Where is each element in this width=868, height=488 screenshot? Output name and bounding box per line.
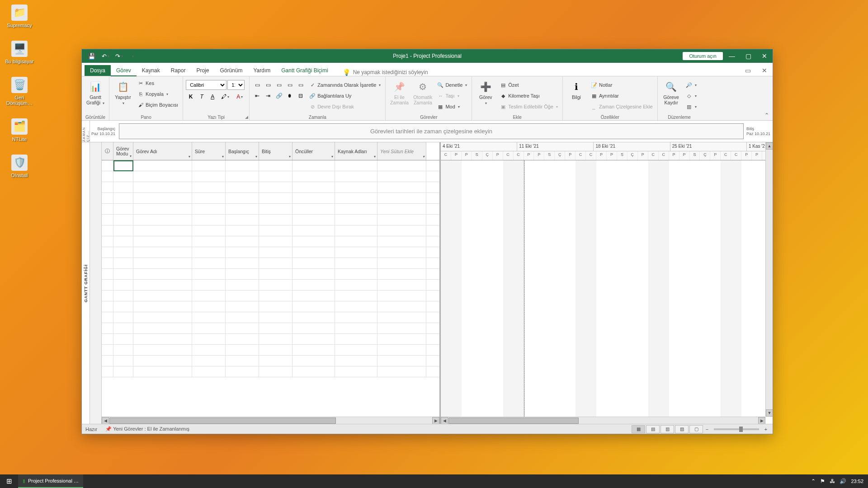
- information-button[interactable]: ℹBilgi: [566, 78, 587, 102]
- view-resource-button[interactable]: ▧: [675, 425, 689, 433]
- scroll-thumb[interactable]: [448, 418, 579, 424]
- table-row[interactable]: [102, 280, 439, 291]
- table-row[interactable]: [102, 345, 439, 356]
- view-gantt-button[interactable]: ▦: [632, 425, 645, 433]
- table-row[interactable]: [102, 236, 439, 247]
- paste-button[interactable]: 📋 Yapıştır▾: [112, 78, 134, 108]
- table-row[interactable]: [102, 258, 439, 269]
- table-row[interactable]: [102, 160, 439, 171]
- scroll-left-button[interactable]: ◀: [102, 417, 109, 424]
- table-row[interactable]: [102, 215, 439, 225]
- view-team-button[interactable]: ▥: [660, 425, 674, 433]
- table-row[interactable]: [102, 193, 439, 204]
- tab-resource[interactable]: Kaynak: [137, 65, 165, 76]
- pct-25-button[interactable]: ▭: [263, 80, 273, 90]
- clear-button[interactable]: ◇▾: [684, 91, 698, 101]
- scroll-track[interactable]: [109, 417, 432, 424]
- table-row[interactable]: [102, 225, 439, 236]
- undo-button[interactable]: ↶▾: [100, 51, 111, 61]
- table-row[interactable]: [102, 269, 439, 280]
- pct-0-button[interactable]: ▭: [252, 80, 262, 90]
- table-body[interactable]: [102, 160, 439, 424]
- link-button[interactable]: 🔗: [274, 91, 284, 101]
- tray-chevron-icon[interactable]: ⌃: [811, 478, 816, 484]
- gantt-vscroll[interactable]: ▲ ▼: [765, 142, 773, 417]
- tab-gantt-format[interactable]: Gantt Grafiği Biçimi: [276, 65, 333, 76]
- maximize-button[interactable]: ▢: [740, 49, 756, 63]
- font-color-button[interactable]: A▾: [233, 92, 246, 102]
- close-document-button[interactable]: ✕: [760, 65, 769, 76]
- table-row[interactable]: [102, 291, 439, 301]
- find-button[interactable]: 🔎▾: [684, 80, 698, 90]
- col-duration[interactable]: Süre▾: [192, 142, 226, 160]
- scroll-down-button[interactable]: ▼: [766, 409, 773, 417]
- tab-task[interactable]: Görev: [111, 65, 137, 76]
- scroll-left-button[interactable]: ◀: [441, 417, 448, 424]
- collapse-ribbon-button[interactable]: ⌃: [764, 112, 769, 118]
- desktop-icon-recycle[interactable]: 🗑️Geri Dönüşüm…: [4, 77, 35, 106]
- scroll-right-button[interactable]: ▶: [432, 417, 439, 424]
- fill-button[interactable]: ▥▾: [684, 102, 698, 112]
- col-start[interactable]: Başlangıç▾: [226, 142, 259, 160]
- status-new-tasks[interactable]: 📌 Yeni Görevler : El ile Zamanlanmış: [105, 426, 189, 432]
- clock[interactable]: 23:52: [851, 479, 863, 484]
- pct-75-button[interactable]: ▭: [285, 80, 295, 90]
- desktop-icon-computer[interactable]: 🖥️Bu bilgisayar: [4, 41, 35, 64]
- ribbon-display-options[interactable]: ▭: [743, 65, 753, 76]
- milestone-button[interactable]: ◆Kilometre Taşı: [498, 91, 560, 101]
- pct-50-button[interactable]: ▭: [274, 80, 284, 90]
- pct-100-button[interactable]: ▭: [296, 80, 306, 90]
- cut-button[interactable]: ✂Kes: [136, 78, 180, 88]
- mark-on-track-button[interactable]: ✓Zamanında Olarak İşaretle▾: [307, 80, 382, 90]
- italic-button[interactable]: T: [197, 92, 207, 102]
- col-task-name[interactable]: Görev Adı▾: [133, 142, 192, 160]
- scroll-right-button[interactable]: ▶: [758, 417, 765, 424]
- notes-button[interactable]: 📝Notlar: [589, 80, 655, 90]
- signin-button[interactable]: Oturum açın: [683, 52, 723, 60]
- tray-network-icon[interactable]: 🖧: [830, 478, 835, 484]
- table-row[interactable]: [102, 182, 439, 193]
- table-row[interactable]: [102, 356, 439, 366]
- table-row[interactable]: [102, 301, 439, 312]
- minimize-button[interactable]: —: [724, 49, 740, 63]
- redo-button[interactable]: ↷▾: [113, 51, 124, 61]
- respect-links-button[interactable]: 🔗Bağlantılara Uy: [307, 91, 382, 101]
- indent-button[interactable]: ⇥: [263, 91, 273, 101]
- mode-button[interactable]: ▦Mod▾: [435, 102, 469, 112]
- col-task-mode[interactable]: Görev Modu▾: [113, 142, 133, 160]
- copy-button[interactable]: ⎘Kopyala▾: [136, 89, 180, 99]
- scroll-track[interactable]: [448, 417, 758, 424]
- details-button[interactable]: ▦Ayrıntılar: [589, 91, 655, 101]
- view-usage-button[interactable]: ▤: [646, 425, 660, 433]
- split-button[interactable]: ⊟: [296, 91, 306, 101]
- col-resources[interactable]: Kaynak Adları▾: [335, 142, 377, 160]
- zoom-slider[interactable]: [714, 428, 759, 430]
- tell-me-input[interactable]: [353, 69, 453, 75]
- col-finish[interactable]: Bitiş▾: [259, 142, 292, 160]
- desktop-icon-supremacy[interactable]: 📁Supremacy: [4, 5, 35, 28]
- taskbar-app-project[interactable]: ▮ Project Professional …: [18, 474, 83, 488]
- save-button[interactable]: 💾: [86, 51, 97, 61]
- font-dialog-launcher[interactable]: ◢: [245, 115, 248, 119]
- unlink-button[interactable]: ⧯: [285, 91, 295, 101]
- col-add-new[interactable]: Yeni Sütun Ekle▾: [377, 142, 426, 160]
- table-hscroll[interactable]: ◀ ▶: [102, 417, 439, 424]
- scroll-thumb[interactable]: [109, 418, 336, 424]
- zoom-thumb[interactable]: [739, 427, 743, 432]
- bold-button[interactable]: K: [186, 92, 196, 102]
- tray-volume-icon[interactable]: 🔊: [840, 478, 846, 484]
- table-row[interactable]: [102, 171, 439, 182]
- insert-task-button[interactable]: ➕Görev▾: [475, 78, 496, 108]
- tab-file[interactable]: Dosya: [85, 65, 111, 76]
- gantt-vert-label[interactable]: GANTT GRAFİĞİ: [82, 142, 90, 424]
- outdent-button[interactable]: ⇤: [252, 91, 262, 101]
- scroll-to-task-button[interactable]: 🔍Göreve Kaydır: [660, 78, 682, 107]
- close-button[interactable]: ✕: [756, 49, 773, 63]
- tray-flag-icon[interactable]: ⚑: [820, 478, 825, 484]
- tab-view[interactable]: Görünüm: [214, 65, 248, 76]
- inspect-button[interactable]: 🔍Denetle▾: [435, 80, 469, 90]
- table-row[interactable]: [102, 312, 439, 323]
- col-predecessors[interactable]: Öncüller▾: [292, 142, 335, 160]
- gantt-hscroll[interactable]: ◀ ▶: [441, 417, 765, 424]
- tab-report[interactable]: Rapor: [165, 65, 191, 76]
